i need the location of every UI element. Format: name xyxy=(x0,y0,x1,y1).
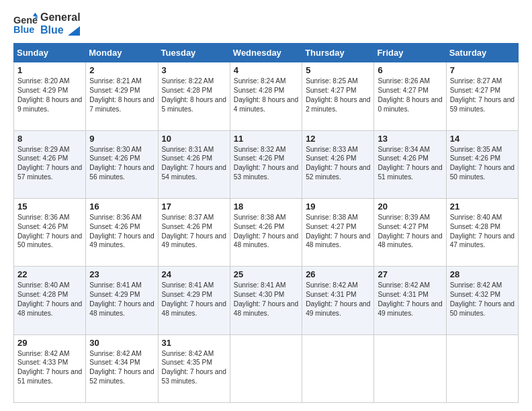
sunset-label: Sunset: 4:26 PM xyxy=(17,223,68,230)
day-number: 20 xyxy=(378,201,442,212)
day-number: 23 xyxy=(89,269,154,279)
sunset-label: Sunset: 4:27 PM xyxy=(450,87,500,94)
day-info: Sunrise: 8:42 AM Sunset: 4:32 PM Dayligh… xyxy=(450,281,515,318)
week-row-4: 22 Sunrise: 8:40 AM Sunset: 4:28 PM Dayl… xyxy=(14,267,519,334)
daylight-label: Daylight: 7 hours and 52 minutes. xyxy=(89,368,154,385)
day-number: 14 xyxy=(450,134,515,144)
day-info: Sunrise: 8:42 AM Sunset: 4:35 PM Dayligh… xyxy=(162,349,226,386)
day-info: Sunrise: 8:38 AM Sunset: 4:26 PM Dayligh… xyxy=(234,213,298,250)
sunrise-label: Sunrise: 8:26 AM xyxy=(378,77,430,85)
sunset-label: Sunset: 4:35 PM xyxy=(162,359,212,366)
daylight-label: Daylight: 7 hours and 49 minutes. xyxy=(378,300,442,317)
sunrise-label: Sunrise: 8:33 AM xyxy=(306,146,358,153)
day-number: 13 xyxy=(378,134,442,144)
sunrise-label: Sunrise: 8:37 AM xyxy=(162,214,214,221)
day-number: 31 xyxy=(162,338,226,348)
day-cell-20: 20 Sunrise: 8:39 AM Sunset: 4:27 PM Dayl… xyxy=(374,199,446,267)
sunset-label: Sunset: 4:26 PM xyxy=(17,154,68,162)
sunset-label: Sunset: 4:31 PM xyxy=(306,291,356,298)
sunrise-label: Sunrise: 8:36 AM xyxy=(89,214,142,221)
day-info: Sunrise: 8:40 AM Sunset: 4:28 PM Dayligh… xyxy=(450,213,515,250)
logo-general: General xyxy=(40,11,81,24)
day-number: 26 xyxy=(306,269,370,279)
day-cell-15: 15 Sunrise: 8:36 AM Sunset: 4:26 PM Dayl… xyxy=(14,199,86,267)
sunset-label: Sunset: 4:29 PM xyxy=(89,87,140,94)
svg-marker-4 xyxy=(68,26,80,36)
sunset-label: Sunset: 4:28 PM xyxy=(450,223,500,230)
sunset-label: Sunset: 4:28 PM xyxy=(234,87,284,94)
sunset-label: Sunset: 4:33 PM xyxy=(17,359,68,366)
daylight-label: Daylight: 7 hours and 53 minutes. xyxy=(234,164,298,181)
day-info: Sunrise: 8:21 AM Sunset: 4:29 PM Dayligh… xyxy=(89,77,154,113)
day-info: Sunrise: 8:42 AM Sunset: 4:33 PM Dayligh… xyxy=(17,349,82,386)
daylight-label: Daylight: 7 hours and 49 minutes. xyxy=(89,232,154,249)
day-number: 4 xyxy=(234,65,298,75)
weekday-header-row: SundayMondayTuesdayWednesdayThursdayFrid… xyxy=(14,44,519,62)
svg-text:Blue: Blue xyxy=(13,25,34,36)
sunrise-label: Sunrise: 8:35 AM xyxy=(450,146,502,153)
sunrise-label: Sunrise: 8:21 AM xyxy=(89,77,142,85)
day-info: Sunrise: 8:38 AM Sunset: 4:27 PM Dayligh… xyxy=(306,213,370,250)
sunset-label: Sunset: 4:26 PM xyxy=(450,154,500,162)
sunrise-label: Sunrise: 8:42 AM xyxy=(162,350,214,357)
day-number: 19 xyxy=(306,201,370,212)
sunset-label: Sunset: 4:27 PM xyxy=(378,223,428,230)
day-cell-31: 31 Sunrise: 8:42 AM Sunset: 4:35 PM Dayl… xyxy=(158,334,230,402)
sunset-label: Sunset: 4:26 PM xyxy=(89,223,140,230)
daylight-label: Daylight: 7 hours and 48 minutes. xyxy=(234,232,298,249)
daylight-label: Daylight: 7 hours and 49 minutes. xyxy=(306,300,370,317)
day-number: 28 xyxy=(450,269,515,279)
daylight-label: Daylight: 7 hours and 56 minutes. xyxy=(89,164,154,181)
day-number: 12 xyxy=(306,134,370,144)
day-number: 30 xyxy=(89,338,154,348)
day-info: Sunrise: 8:30 AM Sunset: 4:26 PM Dayligh… xyxy=(89,145,154,182)
day-cell-3: 3 Sunrise: 8:22 AM Sunset: 4:28 PM Dayli… xyxy=(158,62,230,130)
day-info: Sunrise: 8:24 AM Sunset: 4:28 PM Dayligh… xyxy=(234,77,298,113)
day-number: 6 xyxy=(378,65,442,75)
sunset-label: Sunset: 4:28 PM xyxy=(17,291,68,298)
sunrise-label: Sunrise: 8:40 AM xyxy=(17,281,70,289)
day-number: 22 xyxy=(17,269,82,279)
day-cell-22: 22 Sunrise: 8:40 AM Sunset: 4:28 PM Dayl… xyxy=(14,267,86,334)
day-cell-21: 21 Sunrise: 8:40 AM Sunset: 4:28 PM Dayl… xyxy=(446,199,518,267)
sunrise-label: Sunrise: 8:41 AM xyxy=(89,281,142,289)
day-cell-16: 16 Sunrise: 8:36 AM Sunset: 4:26 PM Dayl… xyxy=(86,199,158,267)
day-number: 24 xyxy=(162,269,226,279)
week-row-3: 15 Sunrise: 8:36 AM Sunset: 4:26 PM Dayl… xyxy=(14,199,519,267)
sunrise-label: Sunrise: 8:30 AM xyxy=(89,146,142,153)
day-number: 17 xyxy=(162,201,226,212)
daylight-label: Daylight: 7 hours and 47 minutes. xyxy=(450,232,515,249)
sunrise-label: Sunrise: 8:42 AM xyxy=(89,350,142,357)
week-row-5: 29 Sunrise: 8:42 AM Sunset: 4:33 PM Dayl… xyxy=(14,334,519,402)
sunset-label: Sunset: 4:26 PM xyxy=(234,223,284,230)
daylight-label: Daylight: 7 hours and 53 minutes. xyxy=(162,368,226,385)
day-cell-25: 25 Sunrise: 8:41 AM Sunset: 4:30 PM Dayl… xyxy=(230,267,302,334)
day-cell-7: 7 Sunrise: 8:27 AM Sunset: 4:27 PM Dayli… xyxy=(446,62,518,130)
empty-cell xyxy=(446,334,518,402)
day-info: Sunrise: 8:42 AM Sunset: 4:31 PM Dayligh… xyxy=(306,281,370,318)
day-number: 29 xyxy=(17,338,82,348)
day-cell-17: 17 Sunrise: 8:37 AM Sunset: 4:26 PM Dayl… xyxy=(158,199,230,267)
daylight-label: Daylight: 7 hours and 50 minutes. xyxy=(17,232,82,249)
sunset-label: Sunset: 4:26 PM xyxy=(162,154,212,162)
weekday-sunday: Sunday xyxy=(14,44,86,62)
daylight-label: Daylight: 7 hours and 48 minutes. xyxy=(306,232,370,249)
day-cell-19: 19 Sunrise: 8:38 AM Sunset: 4:27 PM Dayl… xyxy=(302,199,374,267)
day-number: 27 xyxy=(378,269,442,279)
sunrise-label: Sunrise: 8:42 AM xyxy=(450,281,502,289)
empty-cell xyxy=(230,334,302,402)
daylight-label: Daylight: 7 hours and 48 minutes. xyxy=(378,232,442,249)
day-cell-26: 26 Sunrise: 8:42 AM Sunset: 4:31 PM Dayl… xyxy=(302,267,374,334)
sunrise-label: Sunrise: 8:41 AM xyxy=(162,281,214,289)
day-info: Sunrise: 8:32 AM Sunset: 4:26 PM Dayligh… xyxy=(234,145,298,182)
weekday-friday: Friday xyxy=(374,44,446,62)
day-info: Sunrise: 8:29 AM Sunset: 4:26 PM Dayligh… xyxy=(17,145,82,182)
logo: General Blue General Blue xyxy=(13,11,81,36)
weekday-saturday: Saturday xyxy=(446,44,518,62)
day-info: Sunrise: 8:41 AM Sunset: 4:29 PM Dayligh… xyxy=(89,281,154,318)
day-info: Sunrise: 8:33 AM Sunset: 4:26 PM Dayligh… xyxy=(306,145,370,182)
day-cell-6: 6 Sunrise: 8:26 AM Sunset: 4:27 PM Dayli… xyxy=(374,62,446,130)
day-info: Sunrise: 8:39 AM Sunset: 4:27 PM Dayligh… xyxy=(378,213,442,250)
sunrise-label: Sunrise: 8:40 AM xyxy=(450,214,502,221)
sunrise-label: Sunrise: 8:20 AM xyxy=(17,77,70,85)
